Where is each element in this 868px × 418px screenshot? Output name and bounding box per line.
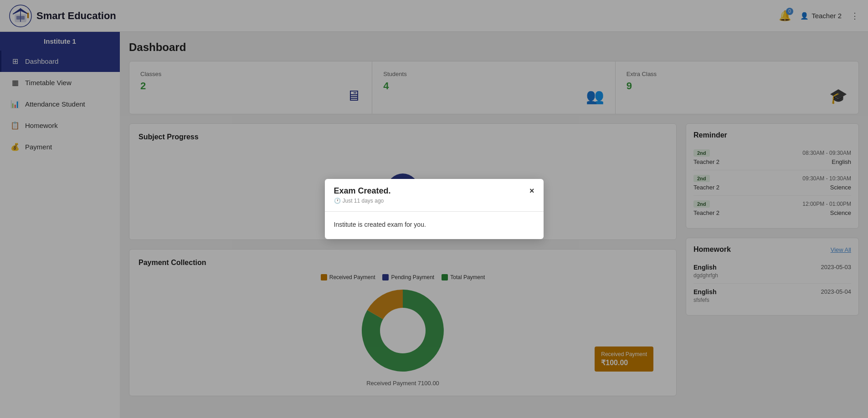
modal-body: Institute is created exam for you. [325, 212, 544, 239]
modal-title: Exam Created. [334, 186, 391, 196]
modal-body-text: Institute is created exam for you. [334, 221, 534, 228]
modal: Exam Created. 🕐 Just 11 days ago × Insti… [325, 179, 544, 239]
modal-header-content: Exam Created. 🕐 Just 11 days ago [334, 186, 391, 204]
modal-header: Exam Created. 🕐 Just 11 days ago × [325, 179, 544, 212]
clock-icon: 🕐 [334, 198, 341, 204]
modal-time-label: Just 11 days ago [343, 198, 384, 204]
modal-time: 🕐 Just 11 days ago [334, 198, 391, 204]
modal-close-button[interactable]: × [529, 186, 534, 196]
modal-overlay[interactable]: Exam Created. 🕐 Just 11 days ago × Insti… [0, 0, 868, 418]
